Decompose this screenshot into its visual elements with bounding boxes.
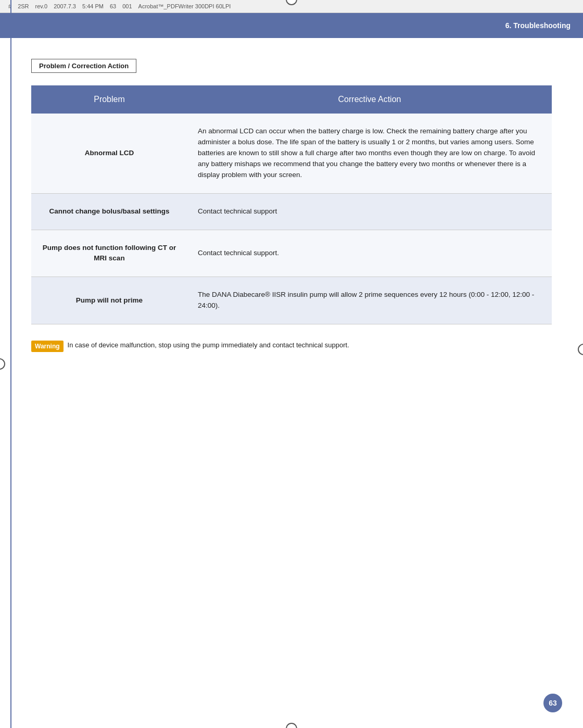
meta-software: Acrobat™_PDFWriter 300DPI 60LPI xyxy=(138,3,231,9)
header-title: 6. Troubleshooting xyxy=(505,21,571,30)
action-cell-2: Contact technical support. xyxy=(187,230,552,277)
meta-date: 2007.7.3 xyxy=(54,3,76,9)
warning-section: Warning In case of device malfunction, s… xyxy=(31,340,552,352)
meta-model: 2SR xyxy=(18,3,29,9)
page-number: 63 xyxy=(543,694,562,712)
col-header-action: Corrective Action xyxy=(187,85,552,114)
action-cell-3: The DANA Diabecare® IISR insulin pump wi… xyxy=(187,277,552,324)
table-row: Cannot change bolus/basal settingsContac… xyxy=(31,193,552,230)
meta-revision: rev.0 xyxy=(35,3,48,9)
problem-cell-0: Abnormal LCD xyxy=(31,114,187,193)
col-header-problem: Problem xyxy=(31,85,187,114)
problem-cell-2: Pump does not function following CT or M… xyxy=(31,230,187,277)
problem-cell-1: Cannot change bolus/basal settings xyxy=(31,193,187,230)
action-cell-0: An abnormal LCD can occur when the batte… xyxy=(187,114,552,193)
action-cell-1: Contact technical support xyxy=(187,193,552,230)
meta-time: 5:44 PM xyxy=(82,3,104,9)
page-content: Problem / Correction Action Problem Corr… xyxy=(0,38,583,383)
problem-cell-3: Pump will not prime xyxy=(31,277,187,324)
meta-page-ref: 63 xyxy=(110,3,116,9)
warning-badge: Warning xyxy=(31,341,64,352)
warning-text: In case of device malfunction, stop usin… xyxy=(68,340,349,350)
section-label: Problem / Correction Action xyxy=(31,59,136,73)
table-row: Pump will not primeThe DANA Diabecare® I… xyxy=(31,277,552,324)
header-bar: 6. Troubleshooting xyxy=(0,13,583,38)
reg-mark-bottom xyxy=(286,723,297,728)
table-row: Pump does not function following CT or M… xyxy=(31,230,552,277)
troubleshoot-table: Problem Corrective Action Abnormal LCDAn… xyxy=(31,85,552,324)
table-row: Abnormal LCDAn abnormal LCD can occur wh… xyxy=(31,114,552,193)
meta-page-num: 001 xyxy=(122,3,132,9)
